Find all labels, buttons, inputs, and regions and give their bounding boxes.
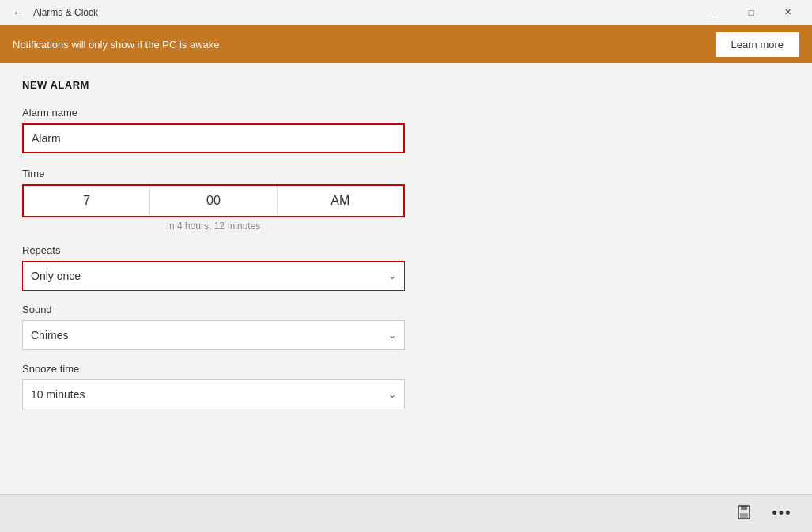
window-controls: ─ □ ✕ xyxy=(697,0,806,25)
time-hour[interactable]: 7 xyxy=(24,186,150,216)
sound-value: Chimes xyxy=(31,329,388,341)
close-button[interactable]: ✕ xyxy=(769,0,806,25)
repeats-value: Only once xyxy=(31,270,388,282)
repeats-label: Repeats xyxy=(22,244,790,256)
save-icon xyxy=(736,504,752,523)
notification-text: Notifications will only show if the PC i… xyxy=(13,39,716,51)
snooze-value: 10 minutes xyxy=(31,388,388,401)
notification-bar: Notifications will only show if the PC i… xyxy=(0,25,812,63)
app-title: Alarms & Clock xyxy=(33,7,697,18)
bottom-bar: ••• xyxy=(0,494,812,532)
minimize-button[interactable]: ─ xyxy=(697,0,733,25)
svg-rect-1 xyxy=(741,506,747,510)
sound-label: Sound xyxy=(22,304,790,315)
maximize-button[interactable]: □ xyxy=(733,0,769,25)
page-title: NEW ALARM xyxy=(22,79,790,91)
sound-chevron-icon: ⌄ xyxy=(388,330,396,341)
time-hint: In 4 hours, 12 minutes xyxy=(22,221,405,232)
more-options-button[interactable]: ••• xyxy=(765,498,799,530)
sound-dropdown[interactable]: Chimes ⌄ xyxy=(22,320,405,350)
alarm-name-input[interactable] xyxy=(22,123,405,153)
snooze-label: Snooze time xyxy=(22,363,790,375)
repeats-dropdown[interactable]: Only once ⌄ xyxy=(22,261,405,291)
main-content: NEW ALARM Alarm name Time 7 00 AM In 4 h… xyxy=(0,63,812,494)
time-picker: 7 00 AM xyxy=(22,184,405,217)
minimize-icon: ─ xyxy=(712,8,718,17)
back-icon: ← xyxy=(13,6,24,19)
more-icon: ••• xyxy=(772,505,792,522)
back-button[interactable]: ← xyxy=(6,1,30,25)
repeats-chevron-icon: ⌄ xyxy=(388,270,396,281)
time-label: Time xyxy=(22,168,790,179)
maximize-icon: □ xyxy=(749,8,754,17)
time-minute[interactable]: 00 xyxy=(150,186,277,216)
snooze-dropdown[interactable]: 10 minutes ⌄ xyxy=(22,379,405,409)
learn-more-button[interactable]: Learn more xyxy=(716,32,799,57)
snooze-chevron-icon: ⌄ xyxy=(388,389,396,400)
alarm-name-label: Alarm name xyxy=(22,107,790,119)
svg-rect-2 xyxy=(740,513,748,518)
save-button[interactable] xyxy=(727,498,761,530)
time-period[interactable]: AM xyxy=(278,186,403,216)
close-icon: ✕ xyxy=(784,7,791,17)
titlebar: ← Alarms & Clock ─ □ ✕ xyxy=(0,0,812,25)
